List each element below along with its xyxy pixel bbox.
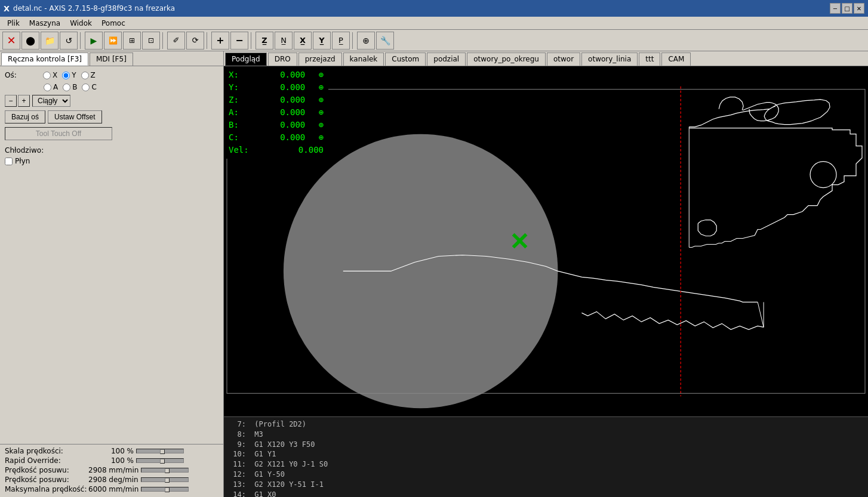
paxis-button[interactable]: P̲ [332, 32, 350, 50]
maximize-btn[interactable]: □ [842, 3, 852, 14]
dro-c-row: C: 0.000 ⊕ [229, 131, 324, 144]
axis-x-label: X [53, 71, 57, 79]
dro-b-cross: ⊕ [319, 119, 324, 131]
minimize-btn[interactable]: − [830, 3, 841, 14]
increase-button[interactable]: + [18, 95, 30, 107]
status-bars: Skala prędkości: 100 % Rapid Override: 1… [0, 444, 223, 497]
tab-przejazd[interactable]: przejazd [298, 53, 342, 66]
plus-button[interactable]: + [211, 32, 229, 50]
tool-button[interactable]: 🔧 [376, 32, 394, 50]
axis-a-item: A [44, 83, 58, 91]
tab-otwory-po-okregu[interactable]: otwory_po_okregu [467, 53, 546, 66]
jog-button[interactable]: ⟳ [186, 32, 204, 50]
tab-podzial[interactable]: podzial [427, 53, 466, 66]
toolbar: ✕ ⬤ 📁 ↺ ▶ ⏩ ⊞ ⊡ ✐ ⟳ + − Z̲ N̲ X̲ Y̲ P̲ ⊕… [0, 30, 868, 51]
axis-y-item: Y [62, 71, 76, 79]
inc-dec-group: − + [5, 95, 30, 107]
tab-manual-control[interactable]: Ręczna kontrola [F3] [1, 53, 88, 66]
feedrate-deg-slider[interactable] [141, 477, 189, 482]
left-tab-bar: Ręczna kontrola [F3] MDI [F5] [0, 51, 223, 66]
tab-custom[interactable]: Custom [385, 53, 426, 66]
tab-ttt[interactable]: ttt [639, 53, 660, 66]
feedrate-deg-value: 2908 deg/min [88, 476, 141, 484]
axis-c-item: C [82, 83, 96, 91]
xaxis-button[interactable]: X̲ [294, 32, 312, 50]
svg-point-0 [810, 162, 836, 188]
axis-c-radio[interactable] [82, 84, 90, 91]
axis-y-radio[interactable] [62, 72, 70, 79]
menu-pomoc[interactable]: Pomoc [97, 18, 130, 29]
touch-row: Tool Touch Off [5, 127, 218, 140]
coolant-checkbox-row: Płyn [5, 157, 218, 165]
dro-vel-label: Vel: [229, 144, 249, 156]
feedrate-mm-value: 2908 mm/min [88, 466, 141, 474]
decrease-button[interactable]: − [5, 95, 17, 107]
feedrate-mm-slider[interactable] [141, 468, 189, 473]
axis-x-radio[interactable] [43, 72, 51, 79]
tab-cam[interactable]: CAM [661, 53, 691, 66]
verify-button[interactable]: ⊞ [123, 32, 141, 50]
feedrate-mm-label: Prędkość posuwu: [5, 466, 88, 474]
mode-select[interactable]: Ciągły [32, 95, 70, 107]
rapid-slider[interactable] [136, 458, 184, 463]
tool-touch-button[interactable]: Tool Touch Off [5, 127, 112, 140]
dro-b-row: B: 0.000 ⊕ [229, 119, 324, 131]
axis-z-radio[interactable] [81, 72, 89, 79]
speed-scale-value: 100 % [88, 447, 136, 455]
right-tab-bar: Podgląd DRO przejazd kanalek Custom podz… [224, 51, 868, 66]
speed-scale-label: Skala prędkości: [5, 447, 88, 455]
dro-a-cross: ⊕ [319, 106, 324, 119]
menu-maszyna[interactable]: Maszyna [24, 18, 65, 29]
axis-a-radio[interactable] [44, 84, 51, 91]
tab-otwor[interactable]: otwor [547, 53, 580, 66]
minus-button[interactable]: − [230, 32, 248, 50]
zaxis-button[interactable]: Z̲ [256, 32, 273, 50]
optional-button[interactable]: ⊡ [142, 32, 160, 50]
offset-button[interactable]: Ustaw Offset [48, 110, 101, 124]
dro-y-cross: ⊕ [319, 81, 324, 94]
feedrate-mm-row: Prędkość posuwu: 2908 mm/min [5, 466, 218, 474]
dro-x-label: X: [229, 69, 247, 81]
yaxis-button[interactable]: Y̲ [313, 32, 331, 50]
stepforward-button[interactable]: ⏩ [104, 32, 122, 50]
bazuj-row: Bazuj oś Ustaw Offset [5, 110, 218, 124]
edit-button[interactable]: ✐ [167, 32, 185, 50]
dro-b-value: 0.000 [257, 119, 305, 131]
axis-b-radio[interactable] [63, 84, 70, 91]
menu-widok[interactable]: Widok [65, 18, 97, 29]
stop-button[interactable]: ✕ [2, 32, 20, 50]
tab-podglad[interactable]: Podgląd [225, 53, 267, 66]
pause-button[interactable]: ⬤ [21, 32, 39, 50]
svg-line-2 [758, 302, 764, 327]
camera-button[interactable]: ⊕ [357, 32, 375, 50]
reload-button[interactable]: ↺ [60, 32, 78, 50]
incdec-row: − + Ciągły [5, 95, 218, 107]
max-speed-slider[interactable] [141, 487, 189, 492]
titlebar: X detal.nc - AXIS 2.7.15-8-gf38f9c3 na f… [0, 0, 868, 17]
axis-abc-radio-group: A B C [44, 83, 97, 91]
speed-scale-slider[interactable] [136, 449, 184, 453]
feedrate-deg-row: Prędkość posuwu: 2908 deg/min [5, 476, 218, 484]
rapid-label: Rapid Override: [5, 456, 88, 465]
coolant-checkbox-label: Płyn [15, 157, 30, 165]
open-button[interactable]: 📁 [41, 32, 59, 50]
tab-dro[interactable]: DRO [268, 53, 297, 66]
bazuj-button[interactable]: Bazuj oś [5, 110, 45, 124]
naxis-button[interactable]: N̲ [275, 32, 293, 50]
menu-plik[interactable]: Plik [2, 18, 24, 29]
coolant-checkbox[interactable] [5, 158, 13, 165]
tab-mdi[interactable]: MDI [F5] [90, 53, 133, 66]
tab-kanalek[interactable]: kanalek [343, 53, 384, 66]
run-button[interactable]: ▶ [85, 32, 103, 50]
close-btn[interactable]: ✕ [854, 3, 864, 14]
dro-c-label: C: [229, 131, 247, 144]
menubar: Plik Maszyna Widok Pomoc [0, 17, 868, 30]
tab-otwory-linia[interactable]: otwory_linia [581, 53, 638, 66]
speed-scale-row: Skala prędkości: 100 % [5, 447, 218, 455]
dro-vel-value: 0.000 [276, 144, 324, 156]
max-speed-value: 6000 mm/min [88, 485, 141, 493]
dro-z-value: 0.000 [257, 94, 305, 106]
axis-label: Oś: [5, 71, 41, 79]
rapid-row: Rapid Override: 100 % [5, 456, 218, 465]
dro-a-value: 0.000 [257, 106, 305, 119]
